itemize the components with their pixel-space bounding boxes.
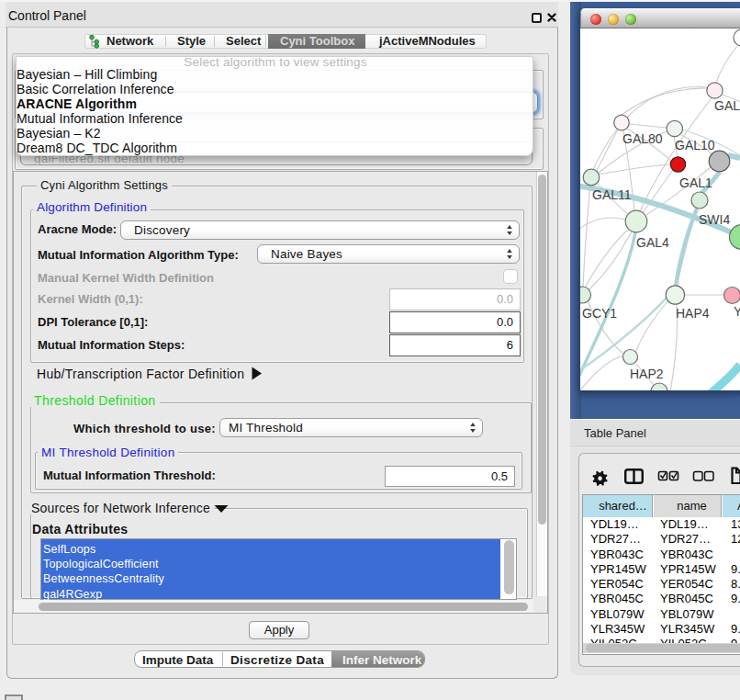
svg-text:GCY1: GCY1 [582, 306, 617, 321]
svg-text:HAP2: HAP2 [630, 367, 664, 381]
svg-text:SWI4: SWI4 [699, 212, 730, 227]
svg-text:HAP4: HAP4 [676, 306, 710, 321]
svg-text:Y: Y [734, 304, 740, 319]
svg-text:GAL4: GAL4 [636, 235, 669, 250]
svg-text:GAL1: GAL1 [679, 175, 712, 190]
svg-text:GAL10: GAL10 [675, 138, 715, 152]
svg-text:GAL: GAL [714, 98, 740, 113]
svg-text:GAL11: GAL11 [592, 187, 632, 202]
svg-text:GAL80: GAL80 [622, 131, 663, 146]
